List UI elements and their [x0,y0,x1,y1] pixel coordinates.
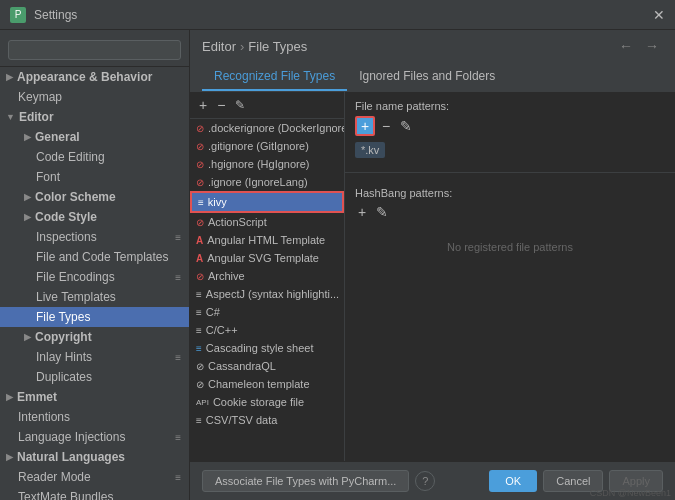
file-item-label: Angular HTML Template [207,234,325,246]
title-text: Settings [34,8,77,22]
list-item[interactable]: ≡ CSV/TSV data [190,411,344,429]
list-icon: ≡ [196,289,202,300]
edit-file-type-button[interactable]: ✎ [232,97,248,113]
list-item[interactable]: ⊘ .dockerignore (DockerIgnore...) [190,119,344,137]
remove-file-type-button[interactable]: − [214,96,228,114]
sidebar-item-code-editing[interactable]: Code Editing [0,147,189,167]
api-icon: API [196,398,209,407]
list-item[interactable]: ⊘ Chameleon template [190,375,344,393]
sidebar-label-inspections: Inspections [36,230,97,244]
list-item[interactable]: ⊘ ActionScript [190,213,344,231]
list-item[interactable]: API Cookie storage file [190,393,344,411]
list-item[interactable]: ⊘ .gitignore (GitIgnore) [190,137,344,155]
edit-pattern-button[interactable]: ✎ [397,117,415,135]
sidebar-item-live-templates[interactable]: Live Templates [0,287,189,307]
title-bar: P Settings ✕ [0,0,675,30]
sidebar-label-emmet: Emmet [17,390,57,404]
sidebar-item-copyright[interactable]: ▶ Copyright [0,327,189,347]
sidebar-item-editor[interactable]: ▼ Editor [0,107,189,127]
panel-header: Editor › File Types ← → [190,30,675,63]
main-content: ▶ Appearance & Behavior Keymap ▼ Editor … [0,30,675,500]
sidebar-item-file-types[interactable]: File Types [0,307,189,327]
sidebar-item-font[interactable]: Font [0,167,189,187]
add-file-type-button[interactable]: + [196,96,210,114]
tab-recognized-file-types[interactable]: Recognized File Types [202,63,347,91]
forward-button[interactable]: → [641,38,663,54]
patterns-panel: File name patterns: + − ✎ *.kv HashBang … [345,92,675,461]
file-item-label: C/C++ [206,324,238,336]
breadcrumb-separator: › [240,39,244,54]
sidebar-item-emmet[interactable]: ▶ Emmet [0,387,189,407]
add-hashbang-button[interactable]: + [355,203,369,221]
sidebar-item-color-scheme[interactable]: ▶ Color Scheme [0,187,189,207]
app-icon: P [10,7,26,23]
sidebar-item-keymap[interactable]: Keymap [0,87,189,107]
sidebar-item-inspections[interactable]: Inspections ≡ [0,227,189,247]
sidebar-item-code-style[interactable]: ▶ Code Style [0,207,189,227]
sidebar-label-live-templates: Live Templates [36,290,116,304]
list-item[interactable]: ⊘ CassandraQL [190,357,344,375]
list-item-kivy[interactable]: ≡ kivy [190,191,344,213]
file-item-label: Cascading style sheet [206,342,314,354]
file-item-label: C# [206,306,220,318]
search-input[interactable] [8,40,181,60]
back-button[interactable]: ← [615,38,637,54]
list-item[interactable]: ⊘ .ignore (IgnoreLang) [190,173,344,191]
hashbang-label: HashBang patterns: [355,187,665,199]
list-icon: ⊘ [196,379,204,390]
tab-ignored-files[interactable]: Ignored Files and Folders [347,63,507,91]
sidebar-label-code-editing: Code Editing [36,150,105,164]
list-item[interactable]: ≡ C/C++ [190,321,344,339]
sidebar-item-general[interactable]: ▶ General [0,127,189,147]
file-item-label: .gitignore (GitIgnore) [208,140,309,152]
tabs-bar: Recognized File Types Ignored Files and … [190,63,675,92]
title-bar-left: P Settings [10,7,77,23]
sidebar-item-duplicates[interactable]: Duplicates [0,367,189,387]
sidebar-label-inlay-hints: Inlay Hints [36,350,92,364]
list-item[interactable]: A Angular HTML Template [190,231,344,249]
sidebar-label-general: General [35,130,80,144]
sidebar-item-reader-mode[interactable]: Reader Mode ≡ [0,467,189,487]
list-item[interactable]: ≡ Cascading style sheet [190,339,344,357]
divider [345,172,675,173]
angular-icon: A [196,235,203,246]
arrow-icon-editor: ▼ [6,112,15,122]
sidebar-item-intentions[interactable]: Intentions [0,407,189,427]
sidebar-label-language-injections: Language Injections [18,430,125,444]
sidebar-label-color-scheme: Color Scheme [35,190,116,204]
sidebar-item-inlay-hints[interactable]: Inlay Hints ≡ [0,347,189,367]
arrow-icon-copyright: ▶ [24,332,31,342]
close-button[interactable]: ✕ [653,7,665,23]
no-icon: ⊘ [196,141,204,152]
sidebar-item-appearance[interactable]: ▶ Appearance & Behavior [0,67,189,87]
file-item-label: .dockerignore (DockerIgnore...) [208,122,344,134]
sidebar-item-language-injections[interactable]: Language Injections ≡ [0,427,189,447]
edit-hashbang-button[interactable]: ✎ [373,203,391,221]
arrow-icon-emmet: ▶ [6,392,13,402]
sidebar-label-file-encodings: File Encodings [36,270,115,284]
file-item-label: Chameleon template [208,378,310,390]
remove-pattern-button[interactable]: − [379,117,393,135]
list-item[interactable]: ⊘ Archive [190,267,344,285]
add-pattern-button[interactable]: + [355,116,375,136]
help-button[interactable]: ? [415,471,435,491]
sidebar-item-file-templates[interactable]: File and Code Templates [0,247,189,267]
sidebar-item-textmate[interactable]: TextMate Bundles [0,487,189,500]
no-icon: ⊘ [196,217,204,228]
inlay-hints-badge: ≡ [175,352,181,363]
list-item[interactable]: ≡ AspectJ (syntax highlighti... [190,285,344,303]
ok-button[interactable]: OK [489,470,537,492]
list-item[interactable]: A Angular SVG Template [190,249,344,267]
sidebar-label-natural-languages: Natural Languages [17,450,125,464]
list-icon: ≡ [196,325,202,336]
no-patterns-text: No registered file patterns [355,241,665,253]
arrow-icon-natural: ▶ [6,452,13,462]
list-item[interactable]: ≡ C# [190,303,344,321]
sidebar-item-file-encodings[interactable]: File Encodings ≡ [0,267,189,287]
reader-mode-badge: ≡ [175,472,181,483]
list-item[interactable]: ⊘ .hgignore (HgIgnore) [190,155,344,173]
arrow-icon-general: ▶ [24,132,31,142]
associate-button[interactable]: Associate File Types with PyCharm... [202,470,409,492]
sidebar-label-editor: Editor [19,110,54,124]
sidebar-item-natural-languages[interactable]: ▶ Natural Languages [0,447,189,467]
